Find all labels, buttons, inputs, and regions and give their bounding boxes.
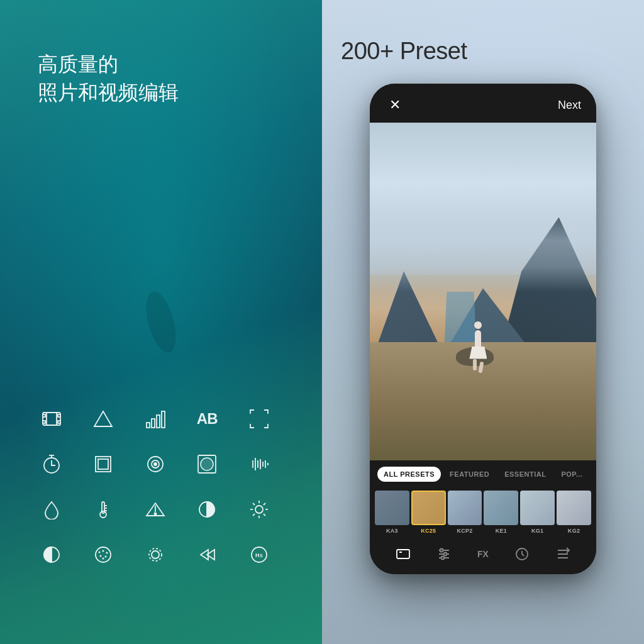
tab-popular[interactable]: POP... (555, 467, 589, 482)
left-heading: 高质量的 照片和视频编辑 (38, 50, 284, 107)
toolbar-adjust-btn[interactable] (436, 547, 452, 562)
phone-topbar: ✕ Next (370, 84, 596, 123)
svg-point-50 (103, 550, 104, 552)
presets-row: KA3 KC25 KCP2 KE1 KG1 (370, 488, 596, 539)
svg-point-36 (154, 513, 156, 515)
signal-icon (142, 405, 169, 433)
preset-kcp2[interactable]: KCP2 (448, 491, 482, 534)
svg-point-52 (100, 555, 102, 557)
tools-grid: AB (38, 405, 284, 606)
tab-all-presets[interactable]: ALL PRESETS (377, 467, 441, 482)
toolbar-history-btn[interactable] (514, 547, 530, 562)
svg-line-43 (253, 503, 255, 505)
split-tone-icon (193, 496, 221, 523)
detail-triangle-icon (142, 496, 169, 523)
person-silhouette (469, 321, 487, 373)
phone-mockup: ✕ Next (370, 84, 596, 574)
preset-heading: 200+ Preset (341, 38, 467, 65)
next-button[interactable]: Next (558, 99, 581, 112)
presets-tabs: ALL PRESETS FEATURED ESSENTIAL POP... (370, 460, 596, 488)
svg-point-69 (443, 553, 447, 556)
svg-rect-4 (58, 414, 60, 417)
toolbar-photo-btn[interactable] (396, 547, 411, 562)
background-diver (111, 253, 211, 391)
hs-icon: HS (245, 541, 273, 569)
frame-square-icon (89, 450, 117, 478)
thermometer-icon (89, 496, 117, 523)
svg-point-55 (149, 548, 162, 561)
svg-point-68 (440, 549, 443, 552)
grain-icon (89, 541, 117, 569)
tab-essential[interactable]: ESSENTIAL (498, 467, 552, 482)
svg-rect-11 (157, 415, 160, 428)
film-icon (38, 405, 65, 433)
ab-text-icon: AB (193, 405, 221, 433)
close-button[interactable]: ✕ (385, 95, 405, 115)
svg-rect-62 (397, 550, 409, 558)
right-panel: 200+ Preset ✕ Next (322, 0, 644, 644)
svg-rect-2 (43, 414, 45, 417)
svg-line-45 (264, 503, 265, 505)
water-drop-icon (38, 496, 65, 523)
preset-ke1[interactable]: KE1 (484, 491, 518, 534)
toolbar-presets-btn[interactable] (555, 547, 570, 562)
svg-line-44 (264, 514, 265, 516)
crop-bracket-icon (245, 405, 273, 433)
tab-featured[interactable]: FEATURED (443, 467, 496, 482)
svg-rect-63 (399, 552, 402, 553)
phone-toolbar: FX (370, 539, 596, 574)
svg-rect-12 (162, 411, 165, 428)
vignette-icon (193, 450, 221, 478)
svg-point-30 (100, 511, 106, 518)
svg-rect-10 (152, 419, 155, 428)
svg-point-18 (154, 463, 157, 465)
svg-point-48 (96, 547, 111, 562)
svg-rect-3 (43, 421, 45, 423)
svg-marker-8 (94, 411, 112, 426)
timer-icon (38, 450, 65, 478)
audio-waves-icon (245, 450, 273, 478)
target-icon (142, 450, 169, 478)
rewind-icon (193, 541, 221, 569)
svg-point-49 (99, 552, 101, 553)
photo-area (370, 123, 596, 460)
preset-ka3[interactable]: KA3 (375, 491, 409, 534)
svg-point-54 (103, 558, 104, 560)
svg-rect-9 (147, 423, 150, 428)
svg-point-70 (441, 557, 444, 560)
svg-rect-15 (98, 459, 108, 469)
toolbar-fx-btn[interactable]: FX (477, 549, 489, 559)
svg-point-20 (201, 458, 213, 470)
mist (370, 207, 596, 291)
svg-point-56 (152, 551, 159, 558)
sun-icon (245, 496, 273, 523)
preset-kg1[interactable]: KG1 (520, 491, 555, 534)
preset-kc25[interactable]: KC25 (411, 491, 446, 534)
blur-circle-icon (142, 541, 169, 569)
svg-point-51 (106, 552, 108, 554)
svg-text:H: H (255, 552, 260, 558)
preset-kg2[interactable]: KG2 (557, 491, 591, 534)
svg-point-0 (141, 289, 182, 356)
svg-point-38 (255, 506, 263, 513)
triangle-icon (89, 405, 117, 433)
svg-point-53 (105, 556, 107, 558)
svg-rect-5 (58, 421, 60, 423)
left-panel: 高质量的 照片和视频编辑 AB (0, 0, 322, 644)
half-circle-icon (38, 541, 65, 569)
svg-line-46 (253, 514, 255, 516)
svg-text:S: S (260, 553, 263, 558)
